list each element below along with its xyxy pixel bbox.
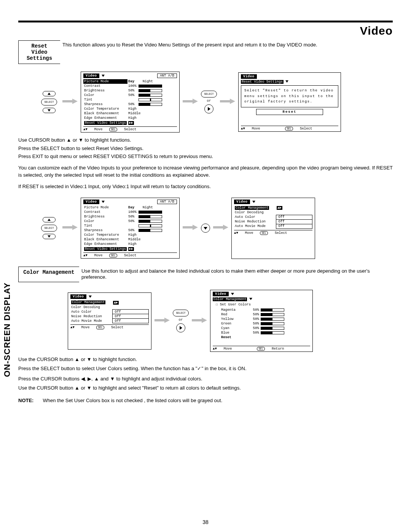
paragraph: If RESET is selected in Video:1 Input, o…	[18, 183, 393, 190]
osd-color-mgmt-menu-1[interactable]: Video Color Management▲▶ Color Decoding …	[231, 198, 315, 259]
reset-video-heading: Reset Video Settings	[18, 40, 60, 64]
step-text: Press the SELECT button to select User C…	[18, 365, 393, 372]
svg-marker-0	[62, 99, 78, 104]
reset-colors-button[interactable]: Reset	[221, 335, 231, 339]
arrow-icon	[62, 99, 78, 105]
right-circle-icon	[204, 104, 213, 113]
step-text: Press the SELECT button to select Reset …	[18, 145, 393, 152]
arrow-icon	[220, 99, 235, 105]
select-button-icon: SELECT	[41, 99, 57, 105]
osd-video-menu-2[interactable]: Video ANT A/B Picture ModeDay Night Cont…	[81, 198, 180, 259]
svg-marker-2	[220, 99, 235, 104]
reset-message: Select "Reset" to return the video menu …	[241, 85, 338, 107]
step-text: Use CURSOR button ▲ or ▼ to highlight fu…	[18, 136, 393, 144]
reset-video-heading-row: Reset Video Settings This function allow…	[18, 40, 393, 64]
sidebar-label: ON-SCREEN DISPLAY	[2, 283, 12, 377]
note-row: NOTE: When the Set User Colors box is no…	[18, 398, 393, 403]
color-mgmt-intro: Use this function to adjust and balance …	[79, 267, 393, 283]
arrow-icon	[183, 99, 198, 105]
note-label: NOTE:	[18, 398, 33, 403]
color-mgmt-heading: Color Management	[18, 267, 79, 283]
reset-video-intro: This function allows you to Reset the Vi…	[60, 40, 393, 64]
svg-marker-1	[183, 99, 198, 104]
dropdown-icon	[102, 75, 105, 77]
select-or-right: SELECT or	[201, 91, 217, 113]
right-circle-icon	[176, 323, 185, 332]
svg-marker-6	[155, 318, 170, 323]
svg-marker-3	[62, 225, 78, 230]
menu-sequence-3: Video Color Management▲▶ Color Decoding …	[68, 290, 393, 352]
down-circle-icon	[201, 224, 210, 233]
paragraph: You can customize each of the Video Inpu…	[18, 164, 393, 179]
osd-reset-dialog[interactable]: Video Reset Video Settings Select "Reset…	[238, 72, 341, 131]
osd-color-mgmt-menu-2[interactable]: Video Color Management▲▶ Color Decoding …	[68, 292, 151, 350]
step-text: Press the CURSOR buttons ◀, ▶, ▲ and ▼ t…	[18, 375, 393, 383]
step-text: Use the CURSOR button ▲ or ▼ to highligh…	[18, 384, 393, 392]
select-button-icon: SELECT	[201, 91, 217, 97]
source-label: ANT A/B	[157, 73, 177, 78]
menu-sequence-2: SELECT Video ANT A/B Picture ModeDay Nig…	[41, 198, 393, 259]
svg-marker-7	[192, 318, 207, 323]
svg-marker-4	[183, 225, 198, 230]
user-colors-checkbox[interactable]: ☐ Set User Colors	[216, 302, 310, 307]
down-button-icon	[43, 108, 56, 113]
remote-icon: SELECT	[41, 217, 57, 239]
osd-table: Picture ModeDay Night Contrast100% Brigh…	[83, 79, 177, 125]
remote-icon: SELECT	[41, 91, 57, 113]
page-number: 38	[0, 519, 411, 525]
color-mgmt-heading-row: Color Management Use this function to ad…	[18, 267, 393, 283]
up-button-icon	[43, 91, 56, 96]
page-title: Video	[360, 24, 393, 37]
menu-sequence-1: SELECT Video ANT A/B Picture ModeDay Nig…	[41, 72, 393, 133]
note-text: When the Set User Colors box is not chec…	[43, 398, 222, 403]
osd-title: Video	[83, 73, 99, 78]
svg-marker-5	[213, 225, 228, 230]
step-text: Press EXIT to quit menu or select RESET …	[18, 153, 393, 160]
osd-video-menu-1[interactable]: Video ANT A/B Picture ModeDay Night Cont…	[81, 72, 180, 133]
step-text: Use the CURSOR button ▲ or ▼ to highligh…	[18, 356, 393, 363]
reset-button[interactable]: Reset	[256, 109, 323, 115]
top-rule	[18, 21, 393, 22]
osd-user-colors[interactable]: Video Color Management ☐ Set User Colors…	[210, 290, 313, 352]
